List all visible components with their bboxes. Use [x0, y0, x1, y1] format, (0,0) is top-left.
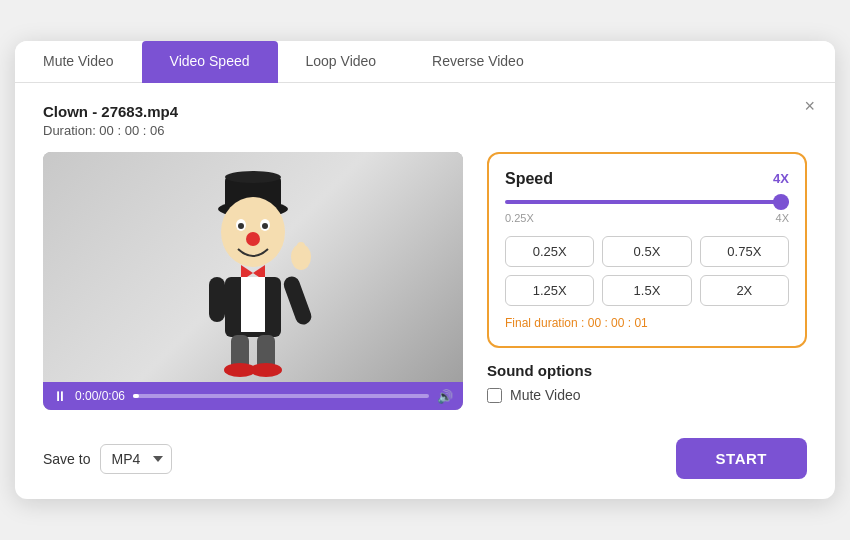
- progress-bar-fill: [133, 394, 139, 398]
- speed-preset-3[interactable]: 1.25X: [505, 275, 594, 306]
- tab-mute-video[interactable]: Mute Video: [15, 41, 142, 83]
- main-content: × Clown - 27683.mp4 Duration: 00 : 00 : …: [15, 83, 835, 410]
- speed-range-labels: 0.25X 4X: [505, 212, 789, 224]
- progress-bar[interactable]: [133, 394, 429, 398]
- mute-video-checkbox[interactable]: [487, 388, 502, 403]
- format-select[interactable]: MP4 AVI MOV MKV: [100, 444, 172, 474]
- volume-icon[interactable]: 🔊: [437, 389, 453, 404]
- svg-point-2: [225, 171, 281, 183]
- speed-preset-1[interactable]: 0.5X: [602, 236, 691, 267]
- video-thumbnail: [43, 152, 463, 382]
- final-duration: Final duration : 00 : 00 : 01: [505, 316, 789, 330]
- content-row: ⏸ 0:00/0:06 🔊 Speed 4X: [43, 152, 807, 410]
- save-to-label: Save to: [43, 451, 90, 467]
- tab-bar: Mute Video Video Speed Loop Video Revers…: [15, 41, 835, 83]
- mute-video-label: Mute Video: [510, 387, 581, 403]
- speed-presets: 0.25X 0.5X 0.75X 1.25X 1.5X 2X: [505, 236, 789, 306]
- file-info: Clown - 27683.mp4 Duration: 00 : 00 : 06: [43, 103, 807, 138]
- start-button[interactable]: START: [676, 438, 807, 479]
- svg-rect-13: [281, 274, 313, 326]
- speed-slider-container: [505, 190, 789, 208]
- speed-max-label: 4X: [776, 212, 789, 224]
- file-name: Clown - 27683.mp4: [43, 103, 807, 120]
- tab-video-speed[interactable]: Video Speed: [142, 41, 278, 83]
- close-button[interactable]: ×: [804, 97, 815, 115]
- time-display: 0:00/0:06: [75, 389, 125, 403]
- svg-rect-16: [209, 277, 225, 322]
- app-container: Mute Video Video Speed Loop Video Revers…: [15, 41, 835, 499]
- svg-rect-12: [241, 277, 265, 332]
- svg-point-20: [250, 363, 282, 377]
- speed-title: Speed: [505, 170, 553, 188]
- play-pause-button[interactable]: ⏸: [53, 388, 67, 404]
- save-to-row: Save to MP4 AVI MOV MKV: [43, 444, 172, 474]
- file-duration: Duration: 00 : 00 : 06: [43, 123, 807, 138]
- mute-checkbox-row: Mute Video: [487, 387, 807, 403]
- sound-options-title: Sound options: [487, 362, 807, 379]
- tab-loop-video[interactable]: Loop Video: [278, 41, 405, 83]
- speed-min-label: 0.25X: [505, 212, 534, 224]
- footer: Save to MP4 AVI MOV MKV START: [15, 420, 835, 499]
- svg-rect-15: [297, 242, 305, 260]
- speed-preset-0[interactable]: 0.25X: [505, 236, 594, 267]
- svg-point-6: [238, 223, 244, 229]
- speed-panel: Speed 4X 0.25X 4X 0.25X 0.5X 0.75X 1.: [487, 152, 807, 348]
- clown-figure: [43, 152, 463, 382]
- svg-point-7: [262, 223, 268, 229]
- speed-preset-5[interactable]: 2X: [700, 275, 789, 306]
- video-controls: ⏸ 0:00/0:06 🔊: [43, 382, 463, 410]
- speed-slider[interactable]: [505, 200, 789, 204]
- speed-preset-4[interactable]: 1.5X: [602, 275, 691, 306]
- video-player: ⏸ 0:00/0:06 🔊: [43, 152, 463, 410]
- svg-point-8: [246, 232, 260, 246]
- sound-options: Sound options Mute Video: [487, 362, 807, 403]
- tab-reverse-video[interactable]: Reverse Video: [404, 41, 552, 83]
- speed-preset-2[interactable]: 0.75X: [700, 236, 789, 267]
- speed-value-label: 4X: [773, 171, 789, 186]
